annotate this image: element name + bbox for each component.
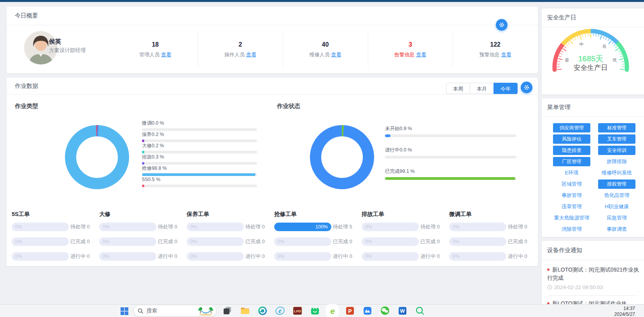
gauge-tick [600, 35, 602, 39]
svg-text:W: W [400, 308, 405, 314]
work-order-group: 大修 0% 待处理 0 0% 已完成 0 0% 进行中 0 [99, 211, 187, 267]
menu-item[interactable]: 故障排除 [607, 157, 627, 166]
menu-item[interactable]: 隐患排查 [553, 146, 590, 155]
stat-value: 40 [322, 41, 329, 48]
stat-block: 40 维修人员查看 [283, 26, 368, 73]
progress-bar: 0% [449, 252, 506, 261]
legend-bar [385, 156, 516, 158]
progress-bar: 0% [362, 237, 419, 246]
menu-item[interactable]: 风险评估 [553, 134, 590, 144]
menu-item[interactable]: 事故调查 [607, 225, 627, 234]
job-type-donut-chart [65, 125, 129, 189]
menu-item[interactable]: E环境 [565, 168, 579, 178]
work-order-row: 0% 待处理 0 [99, 223, 187, 231]
stat-value: 2 [238, 41, 242, 48]
tab-本月[interactable]: 本月 [470, 83, 494, 94]
menu-item[interactable]: 叉车管理 [598, 134, 635, 144]
job-settings-button[interactable] [521, 82, 532, 93]
gauge-tick [558, 59, 562, 60]
taskbar-clock[interactable]: 14:37 2024/5/27 [614, 306, 635, 317]
stat-block: 3 告警信息查看 [368, 26, 453, 73]
edge-icon[interactable] [257, 306, 268, 316]
view-link[interactable]: 查看 [416, 52, 426, 57]
legend-row: 大修0.2 % [142, 143, 257, 153]
svg-text:e: e [330, 307, 335, 315]
lhs-icon[interactable]: LHS [292, 306, 303, 316]
word-icon[interactable]: W [397, 306, 408, 316]
stat-label: 维修人员 [309, 52, 329, 57]
view-link[interactable]: 查看 [501, 52, 511, 57]
browser-360-icon[interactable]: e [327, 306, 338, 316]
work-order-label: 进行中 0 [158, 253, 177, 260]
search-tool-icon[interactable] [415, 306, 425, 316]
start-button[interactable] [119, 306, 130, 316]
work-order-label: 待处理 0 [508, 223, 527, 230]
stat-caption: 告警信息查看 [394, 51, 426, 58]
gauge-tick [566, 44, 568, 46]
legend-label: 排故0.3 % [142, 154, 257, 160]
app-store-icon[interactable] [310, 306, 320, 316]
view-link[interactable]: 查看 [331, 52, 341, 57]
legend-row: 抢修98.8 % [142, 165, 257, 176]
menu-item[interactable]: 消除管理 [562, 225, 582, 234]
menu-item[interactable]: 供应商管理 [553, 123, 590, 132]
user-name: 侯英 [49, 38, 61, 46]
progress-bar: 0% [99, 237, 156, 246]
gauge-tick [612, 42, 613, 44]
m-app-icon[interactable] [362, 306, 373, 316]
gear-icon [523, 84, 530, 91]
job-status-legend: 未开始0.9 % 进行中0.0 % 已完成99.1 % [385, 126, 516, 190]
menu-management-card: 菜单管理 供应商管理标准管理风险评估叉车管理隐患排查安全培训厂区管理故障排除E环… [542, 98, 644, 237]
task-view-icon[interactable] [222, 306, 233, 316]
clock-icon [547, 285, 552, 290]
work-order-row: 0% 待处理 0 [362, 223, 449, 231]
work-order-label: 待处理 0 [70, 223, 90, 230]
overview-settings-button[interactable] [496, 19, 508, 31]
file-explorer-icon[interactable] [240, 306, 250, 316]
menu-item[interactable]: 维修呼叫系统 [602, 168, 632, 178]
work-order-row: 0% 待处理 0 [12, 223, 99, 231]
menu-item[interactable]: H职业健康 [605, 202, 628, 211]
powerpoint-icon[interactable]: P [345, 306, 355, 316]
menu-item[interactable]: 危化品管理 [604, 191, 630, 200]
menu-item[interactable]: 标准管理 [598, 123, 635, 132]
work-order-row: 0% 已完成 0 [187, 237, 274, 246]
progress-bar: 0% [12, 237, 69, 246]
gauge-tick [618, 51, 620, 52]
menu-item[interactable]: 应急管理 [607, 213, 627, 223]
taskbar-search[interactable]: 搜索 [133, 305, 217, 317]
view-link[interactable]: 查看 [246, 52, 256, 57]
progress-bar: 0% [12, 223, 69, 231]
work-order-label: 进行中 0 [508, 253, 527, 260]
legend-label: 抢修98.8 % [142, 165, 257, 171]
windows-taskbar: 搜索 eLHSePW 14:37 2024/5/27 [0, 304, 644, 317]
menu-item[interactable]: 安全培训 [598, 146, 635, 155]
wechat-icon[interactable] [380, 306, 390, 316]
work-order-row: 0% 进行中 0 [12, 252, 99, 261]
work-order-label: 待处理 5 [333, 223, 352, 230]
tab-本周[interactable]: 本周 [446, 83, 470, 94]
taskbar-date: 2024/5/27 [614, 312, 635, 317]
menu-item[interactable]: 重大危险源管理 [554, 213, 590, 223]
overview-stats: 18 管理人员查看 2 操作人员查看 40 维修人员查看 3 告警信息查看 12… [113, 26, 538, 73]
work-order-label: 进行中 0 [333, 253, 352, 260]
ie-icon[interactable]: e [275, 306, 285, 316]
work-order-title: 保养工单 [187, 211, 274, 218]
period-tabs: 本周本月今年 [446, 83, 518, 94]
view-link[interactable]: 查看 [161, 52, 171, 57]
menu-item[interactable]: 违章管理 [562, 202, 582, 211]
notification-item[interactable]: 新LOTO测试：闰元测试0921作业执行完成 [547, 266, 641, 282]
tab-今年[interactable]: 今年 [494, 83, 518, 94]
progress-bar: 0% [362, 223, 419, 231]
stat-caption: 操作人员查看 [224, 51, 256, 58]
progress-bar: 0% [12, 252, 69, 261]
work-order-row: 0% 已完成 0 [274, 237, 362, 246]
menu-item[interactable]: 事故管理 [562, 191, 582, 200]
menu-item[interactable]: 区域管理 [562, 179, 582, 189]
work-order-row: 0% 已完成 0 [12, 237, 99, 246]
legend-row: 排故0.3 % [142, 154, 257, 165]
stat-block: 2 操作人员查看 [198, 26, 283, 73]
menu-item[interactable]: 厂区管理 [553, 157, 590, 166]
legend-label: 保养0.2 % [142, 132, 257, 138]
menu-item[interactable]: 授权管理 [598, 179, 635, 189]
